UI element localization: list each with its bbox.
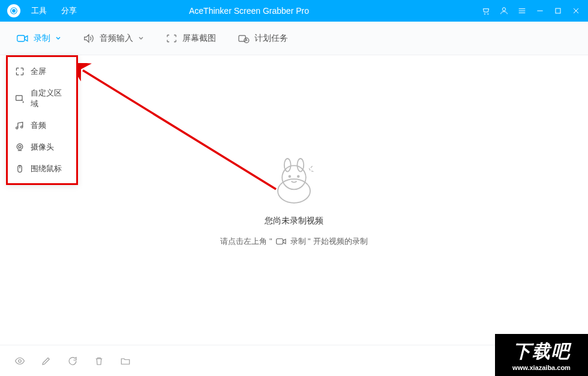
audio-input-button[interactable]: 音频输入 [83,33,144,44]
mouse-icon [15,164,25,174]
dropdown-camera[interactable]: 摄像头 [8,136,76,158]
svg-point-19 [19,359,22,362]
dropdown-region[interactable]: 自定义区域 [8,82,76,115]
watermark-url: www.xiazaiba.com [512,364,571,371]
record-dropdown: 全屏 自定义区域 音频 摄像头 围绕鼠标 [6,55,78,185]
folder-icon[interactable] [120,356,131,366]
svg-rect-4 [17,35,25,41]
svg-rect-18 [276,239,283,244]
fullscreen-icon [15,67,25,76]
toolbar: 录制 音频输入 屏幕截图 计划任务 [0,22,588,55]
dropdown-region-label: 自定义区域 [31,88,69,109]
app-title: AceThinker Screen Grabber Pro [17,6,481,16]
screenshot-label: 屏幕截图 [182,33,216,44]
watermark: 下载吧 www.xiazaiba.com [495,334,588,376]
svg-point-17 [297,175,300,178]
titlebar: 工具 分享 AceThinker Screen Grabber Pro [0,0,588,22]
svg-point-13 [282,166,306,190]
menu-icon[interactable] [517,6,527,16]
svg-point-9 [19,145,21,148]
empty-text-b: 录制 " [290,236,311,247]
svg-point-8 [17,144,23,150]
svg-point-15 [297,159,304,172]
dropdown-camera-label: 摄像头 [31,142,54,153]
record-label: 录制 [34,33,50,44]
svg-point-0 [12,9,16,13]
screenshot-icon [166,34,178,43]
refresh-icon[interactable] [67,356,78,366]
speaker-icon [83,34,95,43]
region-icon [15,94,25,103]
empty-text-a: 请点击左上角 " [220,236,272,247]
main-area: 您尚未录制视频 请点击左上角 " 录制 " 开始视频的录制 [0,55,588,345]
svg-rect-3 [556,8,560,13]
watermark-brand: 下载吧 [513,339,571,364]
svg-point-14 [284,159,291,172]
schedule-button[interactable]: 计划任务 [238,33,288,44]
titlebar-controls [481,6,581,16]
dropdown-fullscreen[interactable]: 全屏 [8,61,76,82]
svg-point-2 [502,8,505,11]
minimize-icon[interactable] [535,6,545,16]
dropdown-audio[interactable]: 音频 [8,115,76,136]
dropdown-around-mouse-label: 围绕鼠标 [31,163,62,174]
dropdown-audio-label: 音频 [31,120,46,131]
camera-icon [17,34,29,43]
record-button[interactable]: 录制 [17,33,61,44]
edit-icon[interactable] [41,356,52,366]
maximize-icon[interactable] [553,6,563,16]
audio-input-label: 音频输入 [100,33,133,44]
mascot-illustration [267,153,321,207]
empty-message-1: 您尚未录制视频 [265,216,323,226]
schedule-icon [238,34,250,43]
svg-point-16 [289,175,292,178]
chevron-down-icon [55,35,61,41]
music-icon [15,121,25,130]
dropdown-around-mouse[interactable]: 围绕鼠标 [8,158,76,180]
delete-icon[interactable] [94,356,104,366]
empty-message-2: 请点击左上角 " 录制 " 开始视频的录制 [220,236,367,247]
empty-text-c: 开始视频的录制 [313,236,368,247]
close-icon[interactable] [571,6,581,16]
user-icon[interactable] [499,6,509,16]
chevron-down-icon [138,35,144,41]
screenshot-button[interactable]: 屏幕截图 [166,33,216,44]
schedule-label: 计划任务 [254,33,288,44]
dropdown-fullscreen-label: 全屏 [31,66,46,77]
webcam-icon [15,142,25,152]
camera-icon [276,237,287,246]
preview-icon[interactable] [14,356,25,366]
cart-icon[interactable] [481,6,491,16]
